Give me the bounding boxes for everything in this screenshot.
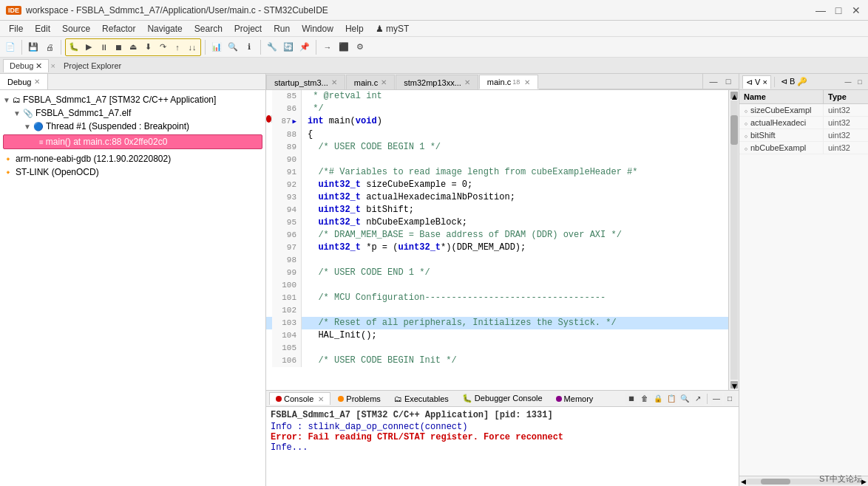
tree-item-stlink[interactable]: 🔸 ST-LINK (OpenOCD): [0, 165, 265, 179]
editor-tab-startup[interactable]: startup_stm3... ✕: [266, 75, 345, 89]
editor-tab-main1-close[interactable]: ✕: [381, 78, 387, 86]
debug-btn9[interactable]: ↓↓: [185, 40, 200, 55]
editor-tab-main2[interactable]: main.c 18 ✕: [479, 75, 538, 89]
right-row-4[interactable]: ⬦nbCubeExampl uint32: [739, 142, 868, 154]
menu-refactor[interactable]: Refactor: [96, 22, 141, 35]
left-panel: Debug ✕ ▼ 🗂 FSBLA_Sdmmc1_A7 [STM32 C/C++…: [0, 74, 266, 486]
minimize-button[interactable]: —: [815, 4, 827, 16]
toolbar-misc2[interactable]: 🔄: [281, 40, 296, 55]
rhs-left-arrow[interactable]: ◀: [741, 478, 746, 485]
close-button[interactable]: ✕: [850, 4, 862, 16]
console-stop-btn[interactable]: ⏹: [625, 393, 637, 405]
tree-item-thread[interactable]: ▼ 🔵 Thread #1 (Suspended : Breakpoint): [0, 120, 265, 133]
toolbar-save-all[interactable]: 💾: [26, 40, 41, 55]
debug-btn6[interactable]: ⬇: [140, 40, 155, 55]
toolbar-info[interactable]: ℹ: [242, 40, 257, 55]
bottom-bar[interactable]: ST中文论坛: [813, 472, 868, 486]
console-tab-console[interactable]: Console ✕: [269, 392, 330, 405]
console-find-btn[interactable]: 🔍: [679, 393, 691, 405]
toolbar-search[interactable]: 🔍: [226, 40, 240, 55]
editor-minimize-btn[interactable]: —: [706, 74, 721, 89]
debug-btn2[interactable]: ▶: [81, 40, 96, 55]
right-panel-tabs: ⊲ V × ⊲ B 🔑 — □: [739, 74, 868, 90]
right-row-1[interactable]: ⬦sizeCubeExampl uint32: [739, 104, 868, 117]
tab-project-explorer[interactable]: Project Explorer: [57, 59, 128, 72]
console-tab-close[interactable]: ✕: [318, 395, 324, 403]
console-clear-btn[interactable]: 🗑: [639, 393, 651, 405]
rhs-thumb[interactable]: [761, 479, 790, 485]
tree-label-main: main() at main.c:88 0x2ffe02c0: [46, 137, 168, 147]
console-area: Console ✕ Problems 🗂 Executables 🐛 Debug…: [266, 390, 739, 486]
right-row-2[interactable]: ⬦actualHexadeci uint32: [739, 117, 868, 129]
menu-myst[interactable]: ♟ myST: [370, 22, 416, 35]
console-tab-memory[interactable]: Memory: [550, 393, 600, 405]
toolbar-misc5[interactable]: ⬛: [336, 40, 351, 55]
toolbar-open-perspective[interactable]: 📊: [209, 40, 224, 55]
tree-item-gdb[interactable]: 🔸 arm-none-eabi-gdb (12.1.90.20220802): [0, 152, 265, 165]
menu-navigate[interactable]: Navigate: [141, 22, 188, 35]
menu-edit[interactable]: Edit: [29, 22, 56, 35]
rp-tab-v[interactable]: ⊲ V ×: [742, 75, 771, 89]
line-num-85: 85: [272, 90, 302, 103]
debug-btn7[interactable]: ↷: [155, 40, 170, 55]
toolbar-print[interactable]: 🖨: [42, 40, 57, 55]
tree-label-app: FSBLA_Sdmmc1_A7 [STM32 C/C++ Application…: [23, 95, 216, 105]
scrollbar-track[interactable]: [730, 100, 738, 380]
scrollbar-up-arrow[interactable]: ▲: [730, 92, 738, 99]
console-tab-executables[interactable]: 🗂 Executables: [388, 393, 455, 405]
debug-btn3[interactable]: ⏸: [96, 40, 111, 55]
editor-tab-main2-close[interactable]: ✕: [524, 78, 530, 86]
console-min-btn[interactable]: —: [711, 393, 722, 405]
editor-tab-stm32[interactable]: stm32mp13xx... ✕: [396, 75, 478, 89]
toolbar-misc6[interactable]: ⚙: [353, 40, 367, 55]
tree-item-main[interactable]: ≡ main() at main.c:88 0x2ffe02c0: [3, 134, 262, 149]
menu-search[interactable]: Search: [189, 22, 228, 35]
toolbar-new[interactable]: 📄: [3, 40, 18, 55]
editor-tab-stm32-close[interactable]: ✕: [464, 78, 470, 86]
console-tab-problems[interactable]: Problems: [332, 393, 386, 405]
editor-vscrollbar[interactable]: ▲ ▼: [728, 90, 739, 390]
rp-minimize[interactable]: —: [843, 77, 853, 87]
line-num-88: 88: [272, 129, 302, 141]
rp-tab-b[interactable]: ⊲ B 🔑: [778, 75, 810, 88]
rp-maximize[interactable]: □: [855, 77, 865, 87]
community-link[interactable]: ST中文论坛: [819, 474, 862, 483]
editor-maximize-btn[interactable]: □: [721, 74, 736, 89]
tree-item-elf[interactable]: ▼ 📎 FSBLA_Sdmmc1_A7.elf: [0, 106, 265, 120]
editor-tab-startup-close[interactable]: ✕: [331, 78, 337, 86]
console-expand-btn[interactable]: ↗: [692, 393, 704, 405]
toolbar-misc1[interactable]: 🔧: [265, 40, 279, 55]
menu-file[interactable]: File: [3, 22, 29, 35]
debug-panel-close[interactable]: ✕: [34, 78, 40, 86]
scrollbar-thumb[interactable]: [730, 115, 738, 145]
line-num-95: 95: [272, 216, 302, 229]
debug-btn8[interactable]: ↑: [170, 40, 185, 55]
scrollbar-down-arrow[interactable]: ▼: [730, 381, 738, 389]
tab-debug-close[interactable]: ✕: [35, 61, 42, 70]
console-tab-debugger[interactable]: 🐛 Debugger Console: [456, 392, 549, 405]
right-row-3[interactable]: ⬦bitShift uint32: [739, 129, 868, 142]
console-lock-btn[interactable]: 🔒: [652, 393, 664, 405]
debug-panel-tab[interactable]: Debug ✕: [0, 74, 48, 89]
toolbar-misc4[interactable]: →: [320, 40, 335, 55]
menu-project[interactable]: Project: [228, 22, 268, 35]
tree-icon-app: 🗂: [13, 95, 21, 104]
menu-window[interactable]: Window: [296, 22, 339, 35]
toolbar: 📄 💾 🖨 🐛 ▶ ⏸ ⏹ ⏏ ⬇ ↷ ↑ ↓↓ 📊 🔍 ℹ 🔧 🔄 📌 → ⬛…: [0, 37, 868, 58]
code-editor[interactable]: 85 * @retval int 86 */ 87 int main(void): [266, 90, 728, 390]
problems-dot: [338, 396, 344, 402]
console-max-btn[interactable]: □: [724, 393, 736, 405]
menu-source[interactable]: Source: [56, 22, 96, 35]
editor-tab-main1[interactable]: main.c ✕: [346, 75, 395, 89]
toolbar-misc3[interactable]: 📌: [297, 40, 312, 55]
menu-help[interactable]: Help: [339, 22, 370, 35]
console-copy-btn[interactable]: 📋: [665, 393, 677, 405]
menu-run[interactable]: Run: [268, 22, 296, 35]
tab-debug[interactable]: Debug ✕: [3, 59, 49, 72]
debug-btn5[interactable]: ⏏: [126, 40, 140, 55]
console-content[interactable]: FSBLA_Sdmmc1_A7 [STM32 C/C++ Application…: [266, 407, 739, 486]
debug-btn1[interactable]: 🐛: [67, 40, 81, 55]
debug-btn4[interactable]: ⏹: [111, 40, 126, 55]
maximize-button[interactable]: □: [833, 4, 844, 16]
tree-item-app[interactable]: ▼ 🗂 FSBLA_Sdmmc1_A7 [STM32 C/C++ Applica…: [0, 93, 265, 106]
